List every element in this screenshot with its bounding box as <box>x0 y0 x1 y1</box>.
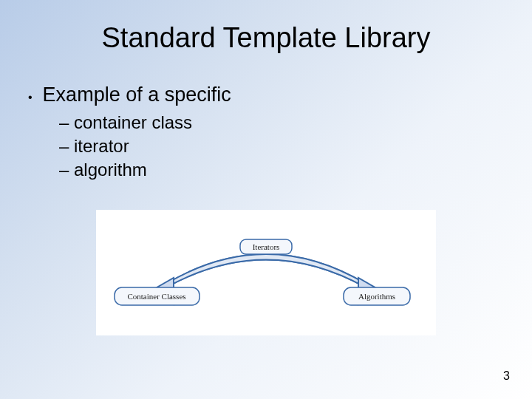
stl-diagram: Iterators Container Classes Algorithms <box>96 210 436 335</box>
diagram-container: Iterators Container Classes Algorithms <box>96 210 436 335</box>
container-label: Container Classes <box>127 292 185 301</box>
slide-title: Standard Template Library <box>0 0 532 54</box>
sub-item: – container class <box>59 112 532 133</box>
bullet-text: Example of a specific <box>43 83 231 106</box>
algorithms-label: Algorithms <box>358 292 395 301</box>
sub-item: – iterator <box>59 136 532 157</box>
iterators-label: Iterators <box>253 242 280 251</box>
sub-item-list: – container class – iterator – algorithm <box>59 112 532 180</box>
content-area: • Example of a specific – container clas… <box>28 83 532 180</box>
sub-item-label: algorithm <box>74 160 147 180</box>
sub-item: – algorithm <box>59 160 532 180</box>
sub-item-label: container class <box>74 112 192 132</box>
bullet-item: • Example of a specific <box>28 83 532 106</box>
sub-item-label: iterator <box>74 136 129 156</box>
bullet-marker: • <box>28 92 33 103</box>
page-number: 3 <box>503 369 510 383</box>
